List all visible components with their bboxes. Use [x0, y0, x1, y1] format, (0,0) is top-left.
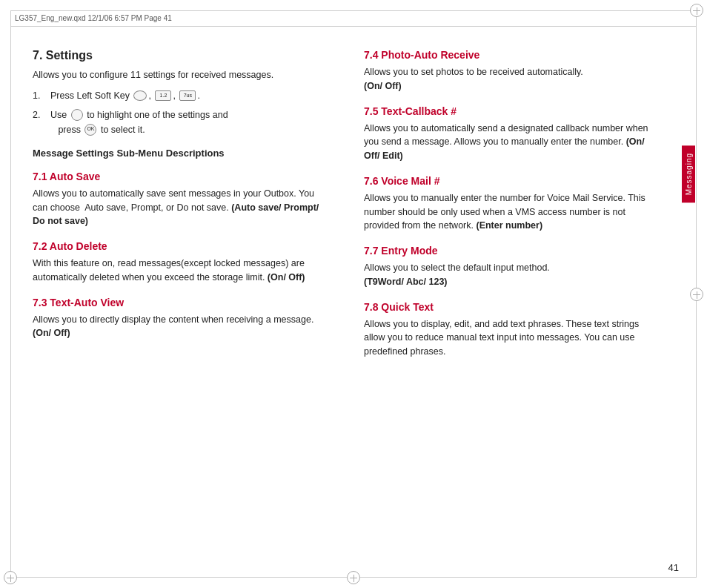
sidebar-right: Messaging — [680, 27, 697, 578]
left-soft-key-icon — [133, 90, 147, 101]
section-7-3-body: Allows you to directly display the conte… — [33, 313, 327, 341]
header-bar: LG357_Eng_new.qxd 12/1/06 6:57 PM Page 4… — [10, 10, 697, 27]
subsection-header: Message Settings Sub-Menu Descriptions — [33, 148, 327, 159]
section-7-6: 7.6 Voice Mail # Allows you to manually … — [364, 175, 658, 233]
content-area: 7. Settings Allows you to configure 11 s… — [10, 27, 680, 578]
msg-icon: 1.2 — [155, 90, 171, 101]
section-7-5: 7.5 Text-Callback # Allows you to automa… — [364, 105, 658, 163]
section-7-2: 7.2 Auto Delete With this feature on, re… — [33, 240, 327, 285]
section-7-8-title: 7.8 Quick Text — [364, 301, 658, 313]
section-7-7: 7.7 Entry Mode Allows you to select the … — [364, 245, 658, 289]
section-7-8-body: Allows you to display, edit, and add tex… — [364, 317, 658, 359]
step-1: 1. Press Left Soft Key , 1.2, 7us. — [33, 88, 327, 103]
header-text: LG357_Eng_new.qxd 12/1/06 6:57 PM Page 4… — [15, 14, 172, 22]
section-7-1-body: Allows you to automatically save sent me… — [33, 187, 327, 228]
section-7-6-body: Allows you to manually enter the number … — [364, 191, 658, 233]
left-column: 7. Settings Allows you to configure 11 s… — [33, 49, 334, 555]
section-7-7-body: Allows you to select the default input m… — [364, 261, 658, 289]
menu-icon: 7us — [179, 90, 196, 101]
step-1-num: 1. — [33, 88, 47, 103]
section-7-3: 7.3 Text-Auto View Allows you to directl… — [33, 297, 327, 341]
step-2-num: 2. — [33, 108, 47, 122]
section-7-5-title: 7.5 Text-Callback # — [364, 105, 658, 117]
section-7-2-body: With this feature on, read messages(exce… — [33, 257, 327, 285]
section-7-6-title: 7.6 Voice Mail # — [364, 175, 658, 187]
step-2-text: Use to highlight one of the settings and… — [50, 108, 228, 137]
circle-bottom-center — [347, 571, 360, 584]
circle-top-right — [690, 4, 703, 17]
section-7-5-body: Allows you to automatically send a desig… — [364, 122, 658, 163]
section-7-4-body: Allows you to set photos to be received … — [364, 65, 658, 93]
ok-icon: OK — [84, 124, 96, 136]
circle-bottom-left — [4, 571, 17, 584]
nav-icon — [71, 109, 83, 121]
circle-right-mid — [690, 288, 703, 301]
section-7-1: 7.1 Auto Save Allows you to automaticall… — [33, 171, 327, 228]
section-7-8: 7.8 Quick Text Allows you to display, ed… — [364, 301, 658, 359]
step-2: 2. Use to highlight one of the settings … — [33, 108, 327, 137]
section-7-1-title: 7.1 Auto Save — [33, 171, 327, 182]
intro-text: Allows you to configure 11 settings for … — [33, 68, 327, 82]
right-column: 7.4 Photo-Auto Receive Allows you to set… — [356, 49, 658, 555]
section-7-4: 7.4 Photo-Auto Receive Allows you to set… — [364, 49, 658, 93]
main-title: 7. Settings — [33, 49, 327, 62]
step-1-text: Press Left Soft Key , 1.2, 7us. — [50, 88, 200, 103]
section-7-3-title: 7.3 Text-Auto View — [33, 297, 327, 308]
sidebar-label: Messaging — [682, 145, 695, 202]
section-7-7-title: 7.7 Entry Mode — [364, 245, 658, 257]
section-7-4-title: 7.4 Photo-Auto Receive — [364, 49, 658, 61]
section-7-2-title: 7.2 Auto Delete — [33, 240, 327, 252]
